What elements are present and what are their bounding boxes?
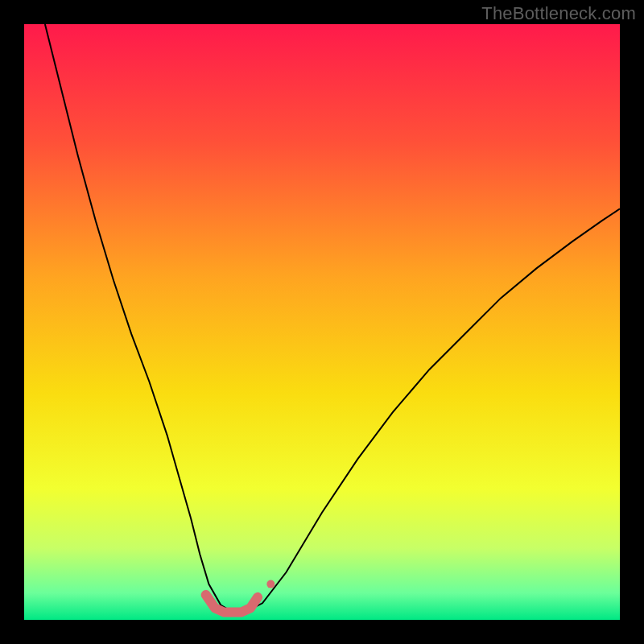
gradient-background xyxy=(24,24,620,620)
plot-area xyxy=(24,24,620,620)
watermark-text: TheBottleneck.com xyxy=(481,3,636,24)
chart-frame: TheBottleneck.com xyxy=(0,0,644,644)
highlight-dot xyxy=(266,580,275,588)
marker-layer xyxy=(266,580,275,588)
bottleneck-chart xyxy=(24,24,620,620)
